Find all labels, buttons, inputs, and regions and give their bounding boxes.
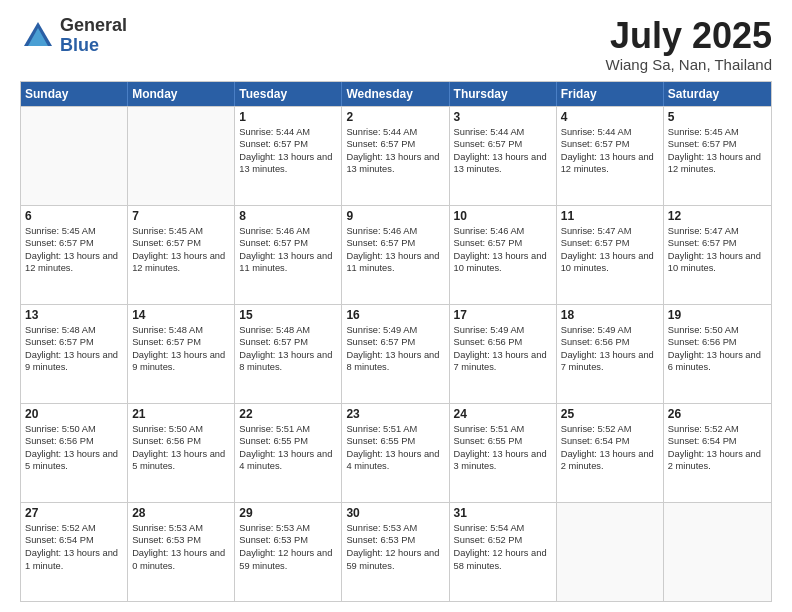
cell-info-line: Daylight: 13 hours and 13 minutes.: [454, 151, 552, 176]
cell-info-line: Daylight: 13 hours and 2 minutes.: [561, 448, 659, 473]
cell-info-line: Sunrise: 5:53 AM: [346, 522, 444, 535]
cell-info-line: Sunset: 6:57 PM: [239, 237, 337, 250]
cal-cell: 16Sunrise: 5:49 AMSunset: 6:57 PMDayligh…: [342, 305, 449, 403]
cal-cell: [21, 107, 128, 205]
month-title: July 2025: [606, 16, 773, 56]
cell-info-line: Daylight: 13 hours and 8 minutes.: [239, 349, 337, 374]
cal-cell: 14Sunrise: 5:48 AMSunset: 6:57 PMDayligh…: [128, 305, 235, 403]
cal-cell: 15Sunrise: 5:48 AMSunset: 6:57 PMDayligh…: [235, 305, 342, 403]
day-number: 15: [239, 308, 337, 322]
cell-info-line: Sunset: 6:57 PM: [239, 336, 337, 349]
cal-cell: 11Sunrise: 5:47 AMSunset: 6:57 PMDayligh…: [557, 206, 664, 304]
day-number: 11: [561, 209, 659, 223]
cell-info-line: Daylight: 13 hours and 4 minutes.: [239, 448, 337, 473]
cal-cell: 13Sunrise: 5:48 AMSunset: 6:57 PMDayligh…: [21, 305, 128, 403]
cell-info-line: Daylight: 13 hours and 3 minutes.: [454, 448, 552, 473]
week-row-2: 6Sunrise: 5:45 AMSunset: 6:57 PMDaylight…: [21, 205, 771, 304]
day-number: 21: [132, 407, 230, 421]
cell-info-line: Sunrise: 5:52 AM: [561, 423, 659, 436]
day-header-saturday: Saturday: [664, 82, 771, 106]
cell-info-line: Daylight: 13 hours and 6 minutes.: [668, 349, 767, 374]
cell-info-line: Daylight: 13 hours and 10 minutes.: [668, 250, 767, 275]
day-number: 7: [132, 209, 230, 223]
day-number: 10: [454, 209, 552, 223]
cal-cell: 9Sunrise: 5:46 AMSunset: 6:57 PMDaylight…: [342, 206, 449, 304]
cell-info-line: Sunrise: 5:52 AM: [668, 423, 767, 436]
day-number: 23: [346, 407, 444, 421]
cell-info-line: Sunrise: 5:45 AM: [25, 225, 123, 238]
day-number: 16: [346, 308, 444, 322]
cal-cell: 20Sunrise: 5:50 AMSunset: 6:56 PMDayligh…: [21, 404, 128, 502]
cal-cell: 21Sunrise: 5:50 AMSunset: 6:56 PMDayligh…: [128, 404, 235, 502]
week-row-5: 27Sunrise: 5:52 AMSunset: 6:54 PMDayligh…: [21, 502, 771, 601]
day-number: 18: [561, 308, 659, 322]
cell-info-line: Sunset: 6:57 PM: [454, 237, 552, 250]
cell-info-line: Daylight: 13 hours and 13 minutes.: [346, 151, 444, 176]
cell-info-line: Sunset: 6:57 PM: [346, 138, 444, 151]
day-header-monday: Monday: [128, 82, 235, 106]
cell-info-line: Sunrise: 5:51 AM: [454, 423, 552, 436]
day-number: 28: [132, 506, 230, 520]
cell-info-line: Sunrise: 5:47 AM: [668, 225, 767, 238]
cell-info-line: Sunset: 6:52 PM: [454, 534, 552, 547]
cell-info-line: Sunset: 6:56 PM: [25, 435, 123, 448]
cell-info-line: Sunrise: 5:44 AM: [239, 126, 337, 139]
cell-info-line: Sunset: 6:57 PM: [668, 138, 767, 151]
logo-text: General Blue: [60, 16, 127, 56]
day-number: 9: [346, 209, 444, 223]
cal-cell: 24Sunrise: 5:51 AMSunset: 6:55 PMDayligh…: [450, 404, 557, 502]
cell-info-line: Daylight: 13 hours and 0 minutes.: [132, 547, 230, 572]
cal-cell: 3Sunrise: 5:44 AMSunset: 6:57 PMDaylight…: [450, 107, 557, 205]
day-number: 5: [668, 110, 767, 124]
cell-info-line: Sunrise: 5:52 AM: [25, 522, 123, 535]
cell-info-line: Sunset: 6:57 PM: [132, 336, 230, 349]
day-number: 6: [25, 209, 123, 223]
cell-info-line: Sunset: 6:57 PM: [346, 336, 444, 349]
day-header-tuesday: Tuesday: [235, 82, 342, 106]
cell-info-line: Sunset: 6:57 PM: [454, 138, 552, 151]
cell-info-line: Sunset: 6:53 PM: [346, 534, 444, 547]
cell-info-line: Sunset: 6:57 PM: [561, 138, 659, 151]
day-header-sunday: Sunday: [21, 82, 128, 106]
week-row-3: 13Sunrise: 5:48 AMSunset: 6:57 PMDayligh…: [21, 304, 771, 403]
cell-info-line: Daylight: 13 hours and 7 minutes.: [561, 349, 659, 374]
cell-info-line: Daylight: 13 hours and 12 minutes.: [668, 151, 767, 176]
cal-cell: 22Sunrise: 5:51 AMSunset: 6:55 PMDayligh…: [235, 404, 342, 502]
cell-info-line: Daylight: 12 hours and 59 minutes.: [346, 547, 444, 572]
cal-cell: 25Sunrise: 5:52 AMSunset: 6:54 PMDayligh…: [557, 404, 664, 502]
cell-info-line: Daylight: 13 hours and 10 minutes.: [561, 250, 659, 275]
cal-cell: 7Sunrise: 5:45 AMSunset: 6:57 PMDaylight…: [128, 206, 235, 304]
week-row-1: 1Sunrise: 5:44 AMSunset: 6:57 PMDaylight…: [21, 106, 771, 205]
cal-cell: 2Sunrise: 5:44 AMSunset: 6:57 PMDaylight…: [342, 107, 449, 205]
day-number: 1: [239, 110, 337, 124]
cell-info-line: Sunset: 6:56 PM: [132, 435, 230, 448]
cell-info-line: Sunset: 6:55 PM: [346, 435, 444, 448]
cell-info-line: Sunset: 6:56 PM: [454, 336, 552, 349]
cell-info-line: Daylight: 13 hours and 9 minutes.: [132, 349, 230, 374]
cell-info-line: Sunset: 6:53 PM: [132, 534, 230, 547]
day-number: 8: [239, 209, 337, 223]
cell-info-line: Sunrise: 5:50 AM: [25, 423, 123, 436]
cell-info-line: Sunrise: 5:44 AM: [561, 126, 659, 139]
cell-info-line: Sunset: 6:55 PM: [239, 435, 337, 448]
day-number: 22: [239, 407, 337, 421]
day-header-friday: Friday: [557, 82, 664, 106]
day-number: 4: [561, 110, 659, 124]
cell-info-line: Daylight: 13 hours and 2 minutes.: [668, 448, 767, 473]
cell-info-line: Sunrise: 5:46 AM: [239, 225, 337, 238]
cell-info-line: Daylight: 13 hours and 10 minutes.: [454, 250, 552, 275]
cal-cell: 17Sunrise: 5:49 AMSunset: 6:56 PMDayligh…: [450, 305, 557, 403]
cell-info-line: Daylight: 13 hours and 7 minutes.: [454, 349, 552, 374]
cal-cell: 27Sunrise: 5:52 AMSunset: 6:54 PMDayligh…: [21, 503, 128, 601]
cell-info-line: Daylight: 13 hours and 5 minutes.: [132, 448, 230, 473]
cell-info-line: Sunrise: 5:46 AM: [346, 225, 444, 238]
day-number: 31: [454, 506, 552, 520]
day-number: 27: [25, 506, 123, 520]
cal-cell: 26Sunrise: 5:52 AMSunset: 6:54 PMDayligh…: [664, 404, 771, 502]
day-number: 12: [668, 209, 767, 223]
cal-cell: [557, 503, 664, 601]
day-number: 29: [239, 506, 337, 520]
cal-cell: 18Sunrise: 5:49 AMSunset: 6:56 PMDayligh…: [557, 305, 664, 403]
week-row-4: 20Sunrise: 5:50 AMSunset: 6:56 PMDayligh…: [21, 403, 771, 502]
day-number: 26: [668, 407, 767, 421]
